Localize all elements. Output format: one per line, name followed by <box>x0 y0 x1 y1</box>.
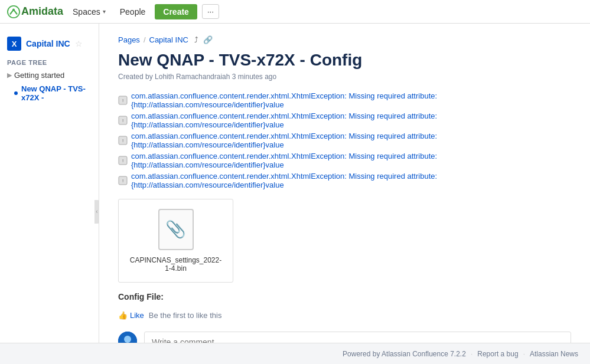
file-icon-symbol: 📎 <box>165 219 186 239</box>
spaces-chevron-icon: ▾ <box>103 8 106 15</box>
sidebar: X Capital INC ☆ PAGE TREE ▶ Getting star… <box>0 24 99 364</box>
sidebar-item-new-qnap[interactable]: New QNAP - TVS-x72X - <box>0 82 99 104</box>
sidebar-collapse-handle[interactable]: ‹ <box>94 200 99 224</box>
error-text-5: com.atlassian.confluence.content.render.… <box>131 172 571 189</box>
like-button[interactable]: 👍 Like <box>118 311 144 320</box>
star-icon[interactable]: ☆ <box>75 39 83 48</box>
footer-report-bug-link[interactable]: Report a bug <box>477 350 518 358</box>
error-text-4: com.atlassian.confluence.content.render.… <box>131 152 571 169</box>
error-icon-2: ! <box>118 116 128 125</box>
error-icon-3: ! <box>118 136 128 145</box>
config-file-label: Config File: <box>118 292 571 301</box>
error-icon-4: ! <box>118 156 128 165</box>
breadcrumb: Pages / Capital INC ⤴ 🔗 <box>118 35 571 44</box>
svg-text:!: ! <box>122 138 123 143</box>
logo-icon <box>7 5 20 18</box>
like-hint-text: Be the first to like this <box>149 311 222 320</box>
svg-text:!: ! <box>122 178 123 183</box>
config-label-text: Config File: <box>118 292 164 301</box>
svg-text:!: ! <box>122 158 123 163</box>
error-text-1: com.atlassian.confluence.content.render.… <box>131 91 571 109</box>
spaces-label: Spaces <box>73 7 100 17</box>
layout: X Capital INC ☆ PAGE TREE ▶ Getting star… <box>0 24 590 364</box>
sidebar-item-getting-started[interactable]: ▶ Getting started <box>0 68 99 82</box>
breadcrumb-sep: / <box>144 35 146 44</box>
error-text-2: com.atlassian.confluence.content.render.… <box>131 112 571 129</box>
people-label: People <box>120 7 146 17</box>
file-name: CAPINCNAS_settings_2022-1-4.bin <box>128 256 223 273</box>
breadcrumb-pages-link[interactable]: Pages <box>118 35 140 44</box>
spaces-nav-button[interactable]: Spaces ▾ <box>68 5 110 19</box>
logo-area: Amidata <box>7 5 63 18</box>
file-icon: 📎 <box>158 209 194 250</box>
breadcrumb-icons: ⤴ 🔗 <box>193 35 214 44</box>
sidebar-item-label: New QNAP - TVS-x72X - <box>21 84 92 102</box>
space-icon: X <box>7 37 21 51</box>
svg-point-13 <box>124 336 131 343</box>
people-nav-button[interactable]: People <box>115 5 151 19</box>
error-icon-5: ! <box>118 176 128 185</box>
error-line-3[interactable]: ! com.atlassian.confluence.content.rende… <box>118 132 571 149</box>
error-line-2[interactable]: ! com.atlassian.confluence.content.rende… <box>118 112 571 129</box>
svg-text:!: ! <box>122 118 123 123</box>
breadcrumb-link-icon[interactable]: 🔗 <box>202 35 214 44</box>
footer: Powered by Atlassian Confluence 7.2.2 · … <box>0 343 590 364</box>
space-header[interactable]: X Capital INC ☆ <box>0 33 99 54</box>
svg-point-1 <box>12 8 15 11</box>
active-dot-icon <box>14 91 18 95</box>
collapse-chevron-icon: ‹ <box>96 208 97 215</box>
thumbs-up-icon: 👍 <box>118 311 128 320</box>
sidebar-item-label: Getting started <box>14 71 64 80</box>
breadcrumb-space-link[interactable]: Capital INC <box>149 35 188 44</box>
svg-text:!: ! <box>122 98 123 103</box>
attachment-container[interactable]: 📎 CAPINCNAS_settings_2022-1-4.bin <box>118 199 233 283</box>
error-icon-1: ! <box>118 96 128 105</box>
footer-powered-by: Powered by Atlassian Confluence 7.2.2 <box>343 350 466 358</box>
footer-sep-1: · <box>471 350 472 358</box>
footer-sep-2: · <box>523 350 525 358</box>
error-lines: ! com.atlassian.confluence.content.rende… <box>118 91 571 189</box>
page-meta: Created by Lohith Ramachandraiah 3 minut… <box>118 73 571 81</box>
footer-news-link[interactable]: Atlassian News <box>530 350 578 358</box>
page-tree-label: PAGE TREE <box>0 54 99 68</box>
svg-point-0 <box>8 5 19 17</box>
more-button[interactable]: ··· <box>202 4 219 19</box>
error-line-1[interactable]: ! com.atlassian.confluence.content.rende… <box>118 91 571 109</box>
top-nav: Amidata Spaces ▾ People Create ··· <box>0 0 590 24</box>
logo-text: Amidata <box>21 5 63 18</box>
create-button[interactable]: Create <box>155 4 197 19</box>
tree-toggle-icon: ▶ <box>7 71 12 79</box>
breadcrumb-share-icon[interactable]: ⤴ <box>193 35 200 44</box>
like-label: Like <box>130 311 144 320</box>
error-text-3: com.atlassian.confluence.content.render.… <box>131 132 571 149</box>
main-content: Pages / Capital INC ⤴ 🔗 New QNAP - TVS-x… <box>99 24 590 364</box>
space-name: Capital INC <box>26 39 70 48</box>
error-line-5[interactable]: ! com.atlassian.confluence.content.rende… <box>118 172 571 189</box>
like-row: 👍 Like Be the first to like this <box>118 311 571 320</box>
page-title: New QNAP - TVS-x72X - Config <box>118 50 571 70</box>
error-line-4[interactable]: ! com.atlassian.confluence.content.rende… <box>118 152 571 169</box>
